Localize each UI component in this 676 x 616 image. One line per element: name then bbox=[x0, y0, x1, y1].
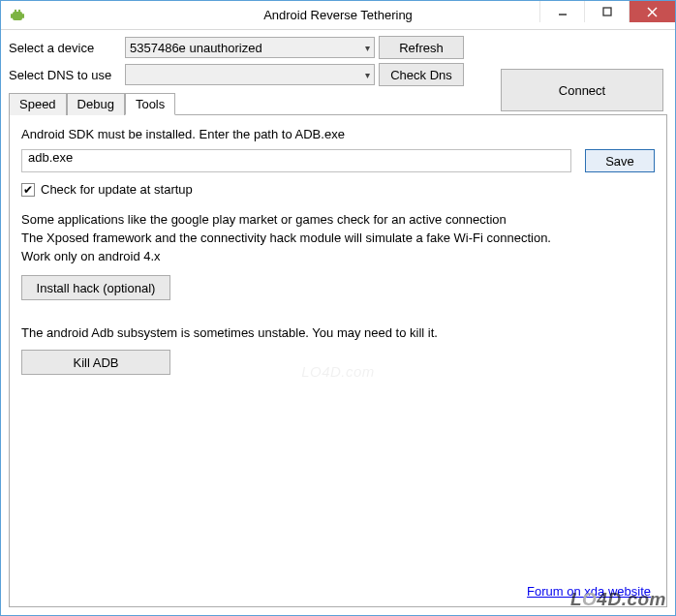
chevron-down-icon: ▾ bbox=[365, 43, 370, 53]
svg-rect-3 bbox=[11, 14, 13, 18]
tab-tools[interactable]: Tools bbox=[125, 93, 175, 115]
tab-speed[interactable]: Speed bbox=[9, 93, 67, 115]
sdk-hint-text: Android SDK must be installed. Enter the… bbox=[21, 127, 655, 141]
svg-point-2 bbox=[18, 9, 20, 11]
close-button[interactable] bbox=[629, 1, 675, 22]
device-select[interactable]: 5357486e unauthorized ▾ bbox=[125, 37, 375, 58]
install-hack-button[interactable]: Install hack (optional) bbox=[21, 275, 170, 300]
watermark-faint: LO4D.com bbox=[301, 362, 375, 379]
toolbar: Select a device 5357486e unauthorized ▾ … bbox=[1, 30, 675, 114]
chevron-down-icon: ▾ bbox=[365, 70, 370, 80]
info-text-1: Some applications like the google play m… bbox=[21, 212, 655, 227]
svg-point-1 bbox=[15, 9, 16, 11]
check-update-checkbox[interactable]: ✔ bbox=[21, 183, 35, 197]
check-update-label: Check for update at startup bbox=[41, 182, 193, 197]
maximize-button[interactable] bbox=[584, 1, 629, 22]
title-bar[interactable]: Android Reverse Tethering bbox=[1, 1, 675, 30]
tab-strip: Speed Debug Tools bbox=[9, 92, 667, 114]
svg-rect-6 bbox=[603, 8, 611, 15]
adb-path-value: adb.exe bbox=[28, 150, 73, 165]
adb-path-input[interactable]: adb.exe bbox=[21, 149, 571, 172]
svg-rect-0 bbox=[13, 12, 22, 20]
refresh-button[interactable]: Refresh bbox=[379, 36, 464, 59]
kill-adb-button[interactable]: Kill ADB bbox=[21, 350, 170, 375]
device-label: Select a device bbox=[9, 41, 125, 55]
tab-debug[interactable]: Debug bbox=[67, 93, 125, 115]
dns-label: Select DNS to use bbox=[9, 68, 125, 82]
tools-panel: Android SDK must be installed. Enter the… bbox=[9, 114, 667, 607]
app-icon bbox=[9, 7, 26, 24]
check-update-row[interactable]: ✔ Check for update at startup bbox=[21, 182, 655, 197]
window-controls bbox=[539, 1, 675, 29]
watermark: LO4D.com bbox=[570, 589, 666, 610]
device-select-value: 5357486e unauthorized bbox=[130, 41, 262, 55]
check-dns-button[interactable]: Check Dns bbox=[379, 63, 464, 86]
adb-unstable-text: The android Adb subsystem is sometimes u… bbox=[21, 325, 655, 340]
info-text-2: The Xposed framework and the connectivit… bbox=[21, 231, 655, 245]
save-button[interactable]: Save bbox=[585, 149, 655, 172]
svg-rect-4 bbox=[22, 14, 24, 18]
minimize-button[interactable] bbox=[539, 1, 584, 22]
app-window: Android Reverse Tethering Select a devic… bbox=[0, 0, 676, 616]
dns-select[interactable]: ▾ bbox=[125, 64, 375, 85]
info-text-3: Work only on android 4.x bbox=[21, 249, 655, 263]
